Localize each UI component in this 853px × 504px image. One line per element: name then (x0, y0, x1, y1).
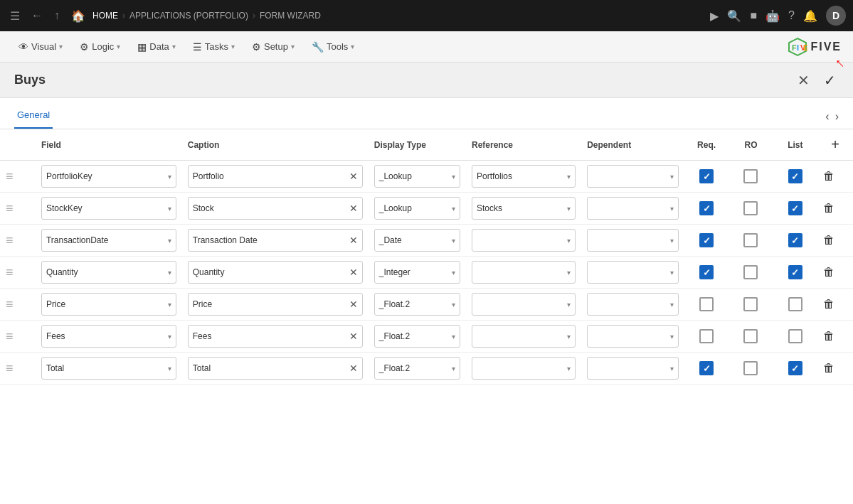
list-checkbox-2[interactable] (788, 233, 802, 247)
dep-select-3[interactable]: ▾ (587, 261, 679, 284)
delete-row-button[interactable]: 🗑 (823, 266, 835, 278)
ro-cell[interactable] (729, 161, 773, 193)
ref-select-5[interactable]: ▾ (472, 325, 576, 348)
delete-row-button[interactable]: 🗑 (823, 234, 835, 246)
breadcrumb-wizard[interactable]: FORM WIZARD (260, 11, 321, 21)
req-checkbox-4[interactable] (699, 297, 714, 311)
caption-input-6[interactable]: Total ✕ (188, 357, 363, 380)
ro-checkbox-2[interactable] (743, 233, 758, 247)
caption-input-1[interactable]: Stock ✕ (188, 197, 363, 220)
list-checkbox-5[interactable] (788, 329, 802, 343)
req-checkbox-5[interactable] (699, 329, 714, 343)
hamburger-icon[interactable]: ☰ (7, 6, 23, 26)
list-cell[interactable] (773, 353, 817, 385)
nav-tools[interactable]: 🔧 Tools ▾ (304, 37, 361, 57)
req-checkbox-1[interactable] (699, 201, 714, 215)
display-select-4[interactable]: _Float.2 ▾ (374, 293, 460, 316)
ro-cell[interactable] (729, 257, 773, 289)
nav-visual[interactable]: 👁 Visual ▾ (11, 37, 70, 57)
display-select-2[interactable]: _Date ▾ (374, 229, 460, 252)
field-select-1[interactable]: StockKey ▾ (41, 197, 176, 220)
field-select-5[interactable]: Fees ▾ (41, 325, 176, 348)
dep-select-1[interactable]: ▾ (587, 197, 679, 220)
delete-cell[interactable]: 🗑 (817, 321, 853, 353)
list-checkbox-1[interactable] (788, 201, 802, 215)
drag-handle[interactable]: ≡ (0, 225, 36, 257)
ro-checkbox-4[interactable] (743, 297, 758, 311)
ro-cell[interactable] (729, 225, 773, 257)
caption-input-4[interactable]: Price ✕ (188, 293, 363, 316)
drag-handle[interactable]: ≡ (0, 289, 36, 321)
field-select-6[interactable]: Total ▾ (41, 357, 176, 380)
list-checkbox-3[interactable] (788, 265, 802, 279)
ref-select-3[interactable]: ▾ (472, 261, 576, 284)
breadcrumb-apps[interactable]: APPLICATIONS (PORTFOLIO) (129, 11, 248, 21)
ro-cell[interactable] (729, 353, 773, 385)
play-icon[interactable]: ▶ (710, 9, 719, 23)
th-add[interactable]: + (817, 129, 853, 161)
nav-setup[interactable]: ⚙ Setup ▾ (245, 37, 302, 57)
list-checkbox-4[interactable] (788, 297, 802, 311)
drag-handle[interactable]: ≡ (0, 353, 36, 385)
delete-cell[interactable]: 🗑 (817, 257, 853, 289)
nav-logic[interactable]: ⚙ Logic ▾ (73, 37, 127, 57)
breadcrumb-home[interactable]: HOME (92, 11, 118, 21)
display-select-6[interactable]: _Float.2 ▾ (374, 357, 460, 380)
ro-cell[interactable] (729, 321, 773, 353)
ref-select-2[interactable]: ▾ (472, 229, 576, 252)
dep-select-5[interactable]: ▾ (587, 325, 679, 348)
ro-cell[interactable] (729, 193, 773, 225)
req-cell[interactable] (684, 353, 729, 385)
ref-select-4[interactable]: ▾ (472, 293, 576, 316)
delete-cell[interactable]: 🗑 (817, 225, 853, 257)
stop-icon[interactable]: ■ (750, 9, 757, 22)
caption-clear-icon[interactable]: ✕ (349, 299, 358, 310)
caption-clear-icon[interactable]: ✕ (349, 331, 358, 342)
req-checkbox-2[interactable] (699, 233, 714, 247)
display-select-0[interactable]: _Lookup ▾ (374, 165, 460, 188)
list-cell[interactable] (773, 289, 817, 321)
field-select-4[interactable]: Price ▾ (41, 293, 176, 316)
list-cell[interactable] (773, 225, 817, 257)
drag-handle[interactable]: ≡ (0, 321, 36, 353)
dep-select-4[interactable]: ▾ (587, 293, 679, 316)
caption-clear-icon[interactable]: ✕ (349, 171, 358, 182)
list-checkbox-6[interactable] (788, 361, 802, 375)
ref-select-0[interactable]: Portfolios ▾ (472, 165, 576, 188)
req-cell[interactable] (684, 257, 729, 289)
field-select-0[interactable]: PortfolioKey ▾ (41, 165, 176, 188)
display-select-1[interactable]: _Lookup ▾ (374, 197, 460, 220)
display-select-5[interactable]: _Float.2 ▾ (374, 325, 460, 348)
drag-handle[interactable]: ≡ (0, 161, 36, 193)
req-cell[interactable] (684, 225, 729, 257)
ref-select-6[interactable]: ▾ (472, 357, 576, 380)
delete-cell[interactable]: 🗑 (817, 161, 853, 193)
req-cell[interactable] (684, 289, 729, 321)
req-checkbox-3[interactable] (699, 265, 714, 279)
drag-handle[interactable]: ≡ (0, 193, 36, 225)
caption-clear-icon[interactable]: ✕ (349, 363, 358, 374)
delete-cell[interactable]: 🗑 (817, 193, 853, 225)
list-cell[interactable] (773, 257, 817, 289)
display-select-3[interactable]: _Integer ▾ (374, 261, 460, 284)
ro-checkbox-5[interactable] (743, 329, 758, 343)
field-select-3[interactable]: Quantity ▾ (41, 261, 176, 284)
dep-select-2[interactable]: ▾ (587, 229, 679, 252)
caption-input-0[interactable]: Portfolio ✕ (188, 165, 363, 188)
list-cell[interactable] (773, 321, 817, 353)
dep-select-6[interactable]: ▾ (587, 357, 679, 380)
bell-icon[interactable]: 🔔 (803, 9, 817, 23)
tab-general[interactable]: General (14, 102, 53, 129)
help-icon[interactable]: ? (788, 9, 795, 22)
caption-clear-icon[interactable]: ✕ (349, 267, 358, 278)
caption-input-3[interactable]: Quantity ✕ (188, 261, 363, 284)
req-cell[interactable] (684, 161, 729, 193)
ro-checkbox-1[interactable] (743, 201, 758, 215)
delete-row-button[interactable]: 🗑 (823, 362, 835, 374)
up-icon[interactable]: ↑ (51, 6, 63, 25)
req-cell[interactable] (684, 321, 729, 353)
ro-checkbox-3[interactable] (743, 265, 758, 279)
ro-checkbox-0[interactable] (743, 169, 758, 183)
delete-row-button[interactable]: 🗑 (823, 330, 835, 342)
list-checkbox-0[interactable] (788, 169, 802, 183)
